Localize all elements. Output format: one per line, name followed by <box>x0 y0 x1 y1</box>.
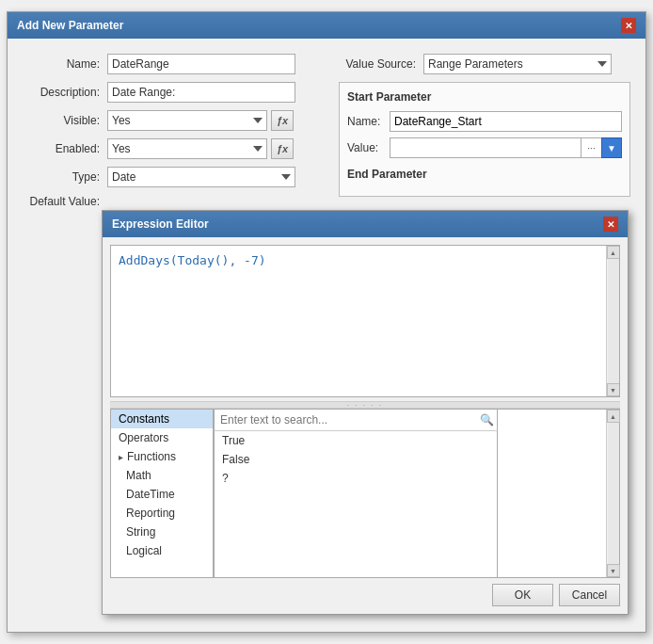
enabled-row: Enabled: Yes No ƒx <box>23 138 324 159</box>
detail-scroll-up-icon[interactable]: ▲ <box>607 410 620 423</box>
detail-scroll-track <box>608 423 619 564</box>
tree-item-logical[interactable]: Logical <box>111 541 213 560</box>
description-row: Description: <box>23 82 324 103</box>
start-name-input[interactable] <box>390 111 622 132</box>
dialog-body-layout: Name: Description: Visible: Yes No ƒx <box>23 54 630 216</box>
expression-editor-titlebar: Expression Editor ✕ <box>103 211 628 237</box>
scroll-up-icon[interactable]: ▲ <box>607 246 620 259</box>
start-value-ellipsis-button[interactable]: ··· <box>581 137 601 158</box>
start-value-input-wrapper: ··· ▼ <box>390 137 622 158</box>
expression-editor-title: Expression Editor <box>112 217 209 231</box>
value-source-select[interactable]: Range Parameters <box>423 54 612 74</box>
dialog-titlebar: Add New Parameter ✕ <box>8 12 645 39</box>
constants-list: True False ? <box>214 431 498 577</box>
tree-item-math[interactable]: Math <box>111 466 213 485</box>
name-row: Name: <box>23 54 324 74</box>
search-input[interactable] <box>215 410 476 430</box>
string-label: String <box>126 525 155 539</box>
math-label: Math <box>126 469 151 482</box>
tree-item-functions[interactable]: ▸Functions <box>111 447 213 466</box>
start-name-label: Name: <box>347 115 390 128</box>
name-input[interactable] <box>107 54 295 74</box>
description-input[interactable] <box>107 82 295 103</box>
tree-item-operators[interactable]: Operators <box>111 428 213 447</box>
start-name-row: Name: <box>347 111 622 132</box>
name-label: Name: <box>23 57 107 71</box>
detail-scrollbar: ▲ ▼ <box>606 410 619 577</box>
type-row: Type: Date <box>23 167 324 187</box>
value-source-row: Value Source: Range Parameters <box>339 54 630 74</box>
list-item-true[interactable]: True <box>215 431 497 450</box>
middle-panel: 🔍 True False ? <box>214 409 498 578</box>
visible-label: Visible: <box>23 114 107 127</box>
value-source-label: Value Source: <box>339 57 423 71</box>
logical-label: Logical <box>126 544 162 557</box>
expression-textarea[interactable] <box>111 246 619 396</box>
tree-item-datetime[interactable]: DateTime <box>111 485 213 504</box>
add-parameter-dialog: Add New Parameter ✕ Name: Description: V… <box>7 11 646 633</box>
enabled-select-wrapper: Yes No ƒx <box>107 138 294 159</box>
default-value-label: Default Value: <box>23 195 107 208</box>
datetime-label: DateTime <box>126 488 175 501</box>
visible-select[interactable]: Yes No <box>107 110 267 131</box>
right-panel: Value Source: Range Parameters Start Par… <box>339 54 630 216</box>
expression-bottom-panel: Constants Operators ▸Functions Math Date… <box>110 409 620 578</box>
functions-expand-icon: ▸ <box>119 452 123 462</box>
expression-editor-content: ▲ ▼ · · · · · Constants Operators <box>103 237 628 614</box>
expression-textarea-wrapper: ▲ ▼ <box>110 245 620 397</box>
visible-fx-button[interactable]: ƒx <box>271 110 294 131</box>
constants-label: Constants <box>119 412 169 426</box>
splitter[interactable]: · · · · · <box>110 401 620 409</box>
description-label: Description: <box>23 86 107 99</box>
search-wrapper: 🔍 <box>214 410 498 431</box>
operators-label: Operators <box>119 431 168 444</box>
ok-button[interactable]: OK <box>492 584 553 606</box>
expression-editor-close-button[interactable]: ✕ <box>603 217 618 232</box>
detail-panel: ▲ ▼ <box>498 409 620 578</box>
dialog-body: Name: Description: Visible: Yes No ƒx <box>8 39 645 231</box>
start-value-blue-button[interactable]: ▼ <box>601 137 622 158</box>
search-icon: 🔍 <box>476 410 497 430</box>
left-panel: Name: Description: Visible: Yes No ƒx <box>23 54 324 216</box>
blue-btn-arrow-icon: ▼ <box>607 143 616 153</box>
tree-item-constants[interactable]: Constants <box>111 410 213 428</box>
reporting-label: Reporting <box>126 507 175 520</box>
start-parameter-title: Start Parameter <box>347 90 622 104</box>
enabled-label: Enabled: <box>23 142 107 155</box>
list-item-false[interactable]: False <box>215 450 497 469</box>
detail-scroll-down-icon[interactable]: ▼ <box>607 564 620 577</box>
start-value-input[interactable] <box>390 137 581 158</box>
type-label: Type: <box>23 170 107 184</box>
scroll-track <box>608 259 619 383</box>
tree-panel: Constants Operators ▸Functions Math Date… <box>110 409 214 578</box>
dialog-close-button[interactable]: ✕ <box>621 18 636 33</box>
default-value-row: Default Value: <box>23 195 324 208</box>
visible-select-wrapper: Yes No ƒx <box>107 110 294 131</box>
end-parameter-title: End Parameter <box>347 168 622 181</box>
enabled-fx-button[interactable]: ƒx <box>271 138 294 159</box>
start-value-row: Value: ··· ▼ <box>347 137 622 158</box>
tree-item-string[interactable]: String <box>111 523 213 541</box>
tree-item-reporting[interactable]: Reporting <box>111 504 213 523</box>
range-params-box: Start Parameter Name: Value: ··· ▼ <box>339 82 630 197</box>
dialog-title: Add New Parameter <box>17 19 123 32</box>
type-select[interactable]: Date <box>107 167 295 187</box>
functions-label: Functions <box>127 450 176 463</box>
enabled-select[interactable]: Yes No <box>107 138 267 159</box>
expression-editor-dialog: Expression Editor ✕ ▲ ▼ · · · · · <box>102 210 629 615</box>
expression-editor-buttons: OK Cancel <box>110 584 620 606</box>
expression-scrollbar: ▲ ▼ <box>606 246 619 396</box>
start-value-label: Value: <box>347 141 390 154</box>
scroll-down-icon[interactable]: ▼ <box>607 383 620 396</box>
list-item-question[interactable]: ? <box>215 469 497 488</box>
cancel-button[interactable]: Cancel <box>559 584 620 606</box>
visible-row: Visible: Yes No ƒx <box>23 110 324 131</box>
